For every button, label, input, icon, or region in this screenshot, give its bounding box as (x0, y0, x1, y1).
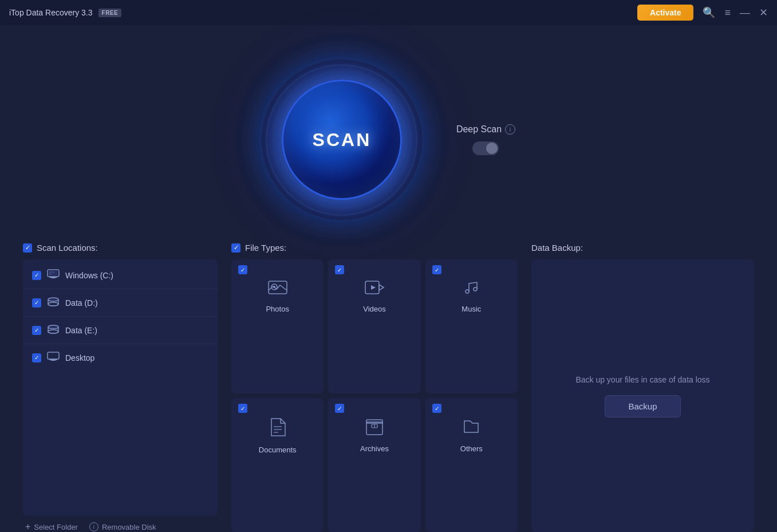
location-checkbox-data-d[interactable]: ✓ (32, 298, 41, 308)
scan-locations-panel: ✓ Scan Locations: ✓ (23, 243, 218, 532)
activate-button[interactable]: Activate (637, 5, 693, 21)
location-item-windows-c[interactable]: ✓ Windows (C:) (23, 262, 218, 289)
file-type-documents[interactable]: ✓ Documents (231, 398, 324, 532)
main-content: SCAN Deep Scan i ✓ Scan Locations: ✓ (0, 25, 777, 532)
bottom-section: ✓ Scan Locations: ✓ (0, 243, 777, 532)
music-checkbox[interactable]: ✓ (432, 265, 441, 274)
data-backup-header: Data Backup: (531, 243, 754, 253)
titlebar-left: iTop Data Recovery 3.3 FREE (9, 8, 121, 17)
drive-d-icon (47, 296, 60, 309)
deep-scan-area: Deep Scan i (456, 124, 515, 155)
backup-card: Back up your files in case of data loss … (531, 259, 754, 532)
svg-point-9 (48, 298, 58, 301)
select-folder-label: Select Folder (34, 523, 78, 531)
info-circle-icon: i (89, 522, 98, 531)
location-checkbox-windows-c[interactable]: ✓ (32, 271, 41, 280)
photos-label: Photos (238, 305, 317, 313)
videos-label: Videos (335, 305, 413, 313)
data-backup-panel: Data Backup: Back up your files in case … (531, 243, 754, 532)
scan-button[interactable]: SCAN (282, 80, 402, 200)
titlebar: iTop Data Recovery 3.3 FREE Activate 🔍 ≡… (0, 0, 777, 25)
svg-marker-26 (379, 285, 384, 290)
scan-locations-label: Scan Locations: (37, 243, 98, 253)
videos-icon (335, 279, 413, 300)
menu-icon[interactable]: ≡ (724, 7, 731, 19)
svg-rect-6 (49, 274, 52, 275)
svg-rect-4 (49, 271, 52, 273)
location-item-data-e[interactable]: ✓ Data (E:) (23, 317, 218, 344)
info-icon[interactable]: i (505, 124, 515, 135)
removable-disk-button[interactable]: i Removable Disk (89, 522, 156, 531)
file-types-panel: ✓ File Types: ✓ Photos (231, 243, 518, 532)
svg-rect-19 (48, 352, 59, 359)
file-types-label: File Types: (245, 243, 286, 253)
others-label: Others (432, 444, 511, 453)
windows-drive-icon (47, 269, 60, 282)
location-name-data-d: Data (D:) (65, 298, 98, 308)
videos-checkbox[interactable]: ✓ (335, 265, 344, 274)
photos-checkbox[interactable]: ✓ (238, 265, 247, 274)
removable-disk-label: Removable Disk (102, 523, 156, 531)
location-checkbox-desktop[interactable]: ✓ (32, 353, 41, 362)
toggle-thumb (486, 143, 498, 154)
archives-icon (335, 417, 413, 440)
titlebar-right: Activate 🔍 ≡ — ✕ (637, 5, 768, 21)
svg-point-29 (474, 287, 477, 291)
location-checkbox-data-e[interactable]: ✓ (32, 326, 41, 335)
drive-e-icon (47, 324, 60, 337)
deep-scan-text: Deep Scan (456, 124, 502, 135)
add-folder-row: + Select Folder i Removable Disk (23, 522, 218, 532)
close-icon[interactable]: ✕ (759, 6, 768, 19)
location-name-data-e: Data (E:) (65, 326, 97, 335)
archives-label: Archives (335, 444, 413, 453)
file-type-archives[interactable]: ✓ Archives (328, 398, 420, 532)
app-title: iTop Data Recovery 3.3 (9, 8, 93, 17)
music-label: Music (432, 305, 511, 313)
svg-marker-27 (371, 285, 376, 290)
location-item-desktop[interactable]: ✓ Desktop (23, 344, 218, 371)
svg-point-15 (48, 325, 58, 329)
archives-checkbox[interactable]: ✓ (335, 404, 344, 413)
photos-icon (238, 279, 317, 300)
scan-locations-header: ✓ Scan Locations: (23, 243, 218, 253)
music-icon (432, 279, 511, 300)
backup-description: Back up your files in case of data loss (575, 374, 709, 386)
file-type-music[interactable]: ✓ Music (425, 259, 518, 393)
deep-scan-toggle[interactable] (472, 141, 499, 155)
file-type-photos[interactable]: ✓ Photos (231, 259, 324, 393)
location-name-desktop: Desktop (65, 353, 94, 362)
search-icon[interactable]: 🔍 (703, 6, 715, 19)
data-backup-label: Data Backup: (531, 243, 583, 253)
documents-checkbox[interactable]: ✓ (238, 404, 247, 413)
svg-rect-3 (49, 277, 57, 278)
scan-locations-checkbox[interactable]: ✓ (23, 243, 32, 253)
free-badge: FREE (98, 9, 122, 17)
svg-rect-33 (366, 422, 382, 435)
file-types-grid: ✓ Photos ✓ (231, 259, 518, 532)
scan-button-wrap: SCAN (262, 60, 422, 220)
others-icon (432, 417, 511, 440)
others-checkbox[interactable]: ✓ (432, 404, 441, 413)
desktop-icon (47, 351, 60, 364)
location-item-data-d[interactable]: ✓ Data (D:) (23, 289, 218, 317)
file-type-others[interactable]: ✓ Others (425, 398, 518, 532)
documents-icon (238, 417, 317, 441)
locations-list: ✓ Windows (C:) (23, 259, 218, 516)
svg-point-28 (466, 290, 469, 293)
svg-rect-5 (52, 271, 54, 273)
file-types-checkbox[interactable]: ✓ (231, 243, 240, 253)
location-name-windows-c: Windows (C:) (65, 271, 113, 280)
backup-button[interactable]: Backup (605, 395, 680, 417)
file-types-header: ✓ File Types: (231, 243, 518, 253)
svg-rect-21 (49, 359, 57, 360)
svg-rect-34 (366, 420, 382, 423)
deep-scan-label: Deep Scan i (456, 124, 515, 135)
select-folder-button[interactable]: + Select Folder (25, 522, 78, 532)
scan-area: SCAN Deep Scan i (262, 60, 515, 220)
file-type-videos[interactable]: ✓ Videos (328, 259, 420, 393)
plus-icon: + (25, 522, 30, 532)
documents-label: Documents (238, 446, 317, 454)
minimize-icon[interactable]: — (740, 7, 750, 19)
